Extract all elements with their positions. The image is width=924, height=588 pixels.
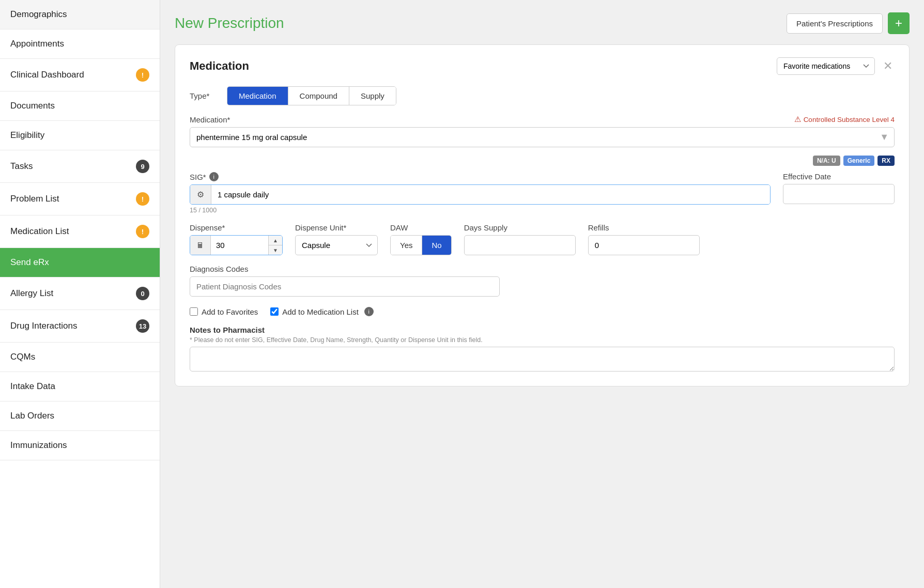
sidebar-badge-tasks: 9 xyxy=(136,160,149,173)
sidebar: DemographicsAppointmentsClinical Dashboa… xyxy=(0,0,160,588)
sidebar-item-medication-list[interactable]: Medication List! xyxy=(0,215,160,248)
sidebar-item-label-intake-data: Intake Data xyxy=(10,381,55,392)
favorite-medications-select[interactable]: Favorite medications xyxy=(777,57,875,75)
add-to-favorites-label: Add to Favorites xyxy=(202,307,258,316)
sidebar-item-immunizations[interactable]: Immunizations xyxy=(0,431,160,460)
sidebar-item-label-problem-list: Problem List xyxy=(10,194,59,204)
dispense-unit-label: Dispense Unit* xyxy=(295,223,378,232)
type-row: Type* Medication Compound Supply xyxy=(190,86,895,105)
sidebar-item-label-lab-orders: Lab Orders xyxy=(10,411,54,421)
diagnosis-codes-label: Diagnosis Codes xyxy=(190,265,895,273)
sig-info-icon[interactable]: i xyxy=(209,172,219,181)
diagnosis-codes-group: Diagnosis Codes xyxy=(190,265,895,299)
dispense-calc-button[interactable]: 🖩 xyxy=(190,236,211,255)
sidebar-item-allergy-list[interactable]: Allergy List0 xyxy=(0,277,160,310)
tag-rx: RX xyxy=(877,156,895,166)
dispense-group: Dispense* 🖩 ▲ ▼ xyxy=(190,223,283,255)
sidebar-item-clinical-dashboard[interactable]: Clinical Dashboard! xyxy=(0,59,160,91)
sidebar-item-intake-data[interactable]: Intake Data xyxy=(0,372,160,401)
sidebar-item-documents[interactable]: Documents xyxy=(0,91,160,121)
refills-label: Refills xyxy=(588,223,700,232)
medication-label-row: Medication* ⚠ Controlled Substance Level… xyxy=(190,115,895,124)
sidebar-item-eligibility[interactable]: Eligibility xyxy=(0,121,160,150)
medication-input[interactable] xyxy=(190,128,874,147)
dispense-input[interactable] xyxy=(211,236,268,255)
notes-sublabel: * Please do not enter SIG, Effective Dat… xyxy=(190,336,895,344)
sig-column: SIG* i ⚙ 15 / 1000 xyxy=(190,172,771,221)
sig-gear-button[interactable]: ⚙ xyxy=(190,185,211,204)
close-button[interactable]: ✕ xyxy=(881,59,895,73)
add-button[interactable]: + xyxy=(888,12,910,34)
tag-na-u: N/A: U xyxy=(813,156,840,166)
refills-group: Refills xyxy=(588,223,700,255)
dispense-down-button[interactable]: ▼ xyxy=(269,245,282,255)
add-to-medication-list-checkbox[interactable] xyxy=(270,307,279,316)
controlled-substance-warning: ⚠ Controlled Substance Level 4 xyxy=(794,115,895,124)
sidebar-item-label-send-erx: Send eRx xyxy=(10,257,49,268)
dispense-up-button[interactable]: ▲ xyxy=(269,236,282,245)
sidebar-item-tasks[interactable]: Tasks9 xyxy=(0,150,160,183)
days-supply-label: Days Supply xyxy=(464,223,576,232)
daw-yes-button[interactable]: Yes xyxy=(391,236,422,255)
dispense-label: Dispense* xyxy=(190,223,283,232)
add-to-favorites-checkbox-label[interactable]: Add to Favorites xyxy=(190,307,258,316)
daw-no-button[interactable]: No xyxy=(422,236,451,255)
prescription-card: Medication Favorite medications ✕ Type* … xyxy=(175,44,910,386)
checkbox-row: Add to Favorites Add to Medication List … xyxy=(190,307,895,316)
sidebar-item-label-cqms: CQMs xyxy=(10,352,35,362)
sidebar-item-send-erx[interactable]: Send eRx xyxy=(0,248,160,277)
sidebar-item-problem-list[interactable]: Problem List! xyxy=(0,183,160,215)
sidebar-badge-medication-list: ! xyxy=(136,225,149,238)
daw-button-group: Yes No xyxy=(390,235,452,255)
medication-label: Medication* xyxy=(190,115,230,124)
main-content: New Prescription Patient's Prescriptions… xyxy=(160,0,924,588)
sidebar-item-label-documents: Documents xyxy=(10,101,55,111)
diagnosis-codes-input[interactable] xyxy=(190,276,500,297)
add-to-favorites-checkbox[interactable] xyxy=(190,307,198,316)
days-supply-group: Days Supply xyxy=(464,223,576,255)
medication-input-wrap: ▼ xyxy=(190,127,895,147)
notes-section: Notes to Pharmacist * Please do not ente… xyxy=(190,326,895,374)
dispense-unit-select[interactable]: Capsule Tablet mL xyxy=(295,235,378,255)
effective-date-label: Effective Date xyxy=(783,172,895,181)
dispense-stepper: ▲ ▼ xyxy=(268,236,282,255)
effective-date-column: Effective Date xyxy=(783,172,895,204)
sig-label: SIG* xyxy=(190,173,206,181)
sidebar-item-lab-orders[interactable]: Lab Orders xyxy=(0,401,160,431)
sidebar-item-label-appointments: Appointments xyxy=(10,39,64,49)
add-to-medication-list-label: Add to Medication List xyxy=(282,307,359,316)
refills-input[interactable] xyxy=(588,235,700,255)
days-supply-input[interactable] xyxy=(464,235,576,255)
main-header: New Prescription Patient's Prescriptions… xyxy=(175,12,910,34)
sidebar-item-label-eligibility: Eligibility xyxy=(10,130,44,141)
type-button-group: Medication Compound Supply xyxy=(227,86,396,105)
sidebar-item-appointments[interactable]: Appointments xyxy=(0,29,160,59)
sidebar-item-drug-interactions[interactable]: Drug Interactions13 xyxy=(0,310,160,343)
medication-list-info-icon[interactable]: i xyxy=(364,307,374,316)
dispense-unit-group: Dispense Unit* Capsule Tablet mL xyxy=(295,223,378,255)
daw-label: DAW xyxy=(390,223,452,232)
effective-date-input[interactable] xyxy=(783,184,895,204)
add-to-medication-list-checkbox-label[interactable]: Add to Medication List i xyxy=(270,307,374,316)
sidebar-item-label-immunizations: Immunizations xyxy=(10,440,67,451)
sig-label-row: SIG* i xyxy=(190,172,771,181)
sig-input[interactable] xyxy=(211,185,770,204)
sidebar-item-cqms[interactable]: CQMs xyxy=(0,343,160,372)
medication-dropdown-button[interactable]: ▼ xyxy=(874,132,894,143)
dispense-row: Dispense* 🖩 ▲ ▼ Dispense Unit* Capsule T… xyxy=(190,223,895,255)
type-medication-button[interactable]: Medication xyxy=(227,87,288,105)
sidebar-badge-clinical-dashboard: ! xyxy=(136,68,149,82)
sidebar-badge-drug-interactions: 13 xyxy=(136,319,149,333)
sidebar-item-label-drug-interactions: Drug Interactions xyxy=(10,321,77,331)
notes-textarea[interactable] xyxy=(190,347,895,372)
dispense-input-row: 🖩 ▲ ▼ xyxy=(190,235,283,255)
sidebar-item-label-clinical-dashboard: Clinical Dashboard xyxy=(10,70,84,80)
sidebar-item-label-demographics: Demographics xyxy=(10,9,67,20)
type-supply-button[interactable]: Supply xyxy=(349,87,396,105)
patient-prescriptions-button[interactable]: Patient's Prescriptions xyxy=(787,13,883,34)
daw-group: DAW Yes No xyxy=(390,223,452,255)
type-compound-button[interactable]: Compound xyxy=(288,87,349,105)
sidebar-item-demographics[interactable]: Demographics xyxy=(0,0,160,29)
tags-row: N/A: U Generic RX xyxy=(190,156,895,166)
sig-input-row: ⚙ xyxy=(190,184,771,205)
